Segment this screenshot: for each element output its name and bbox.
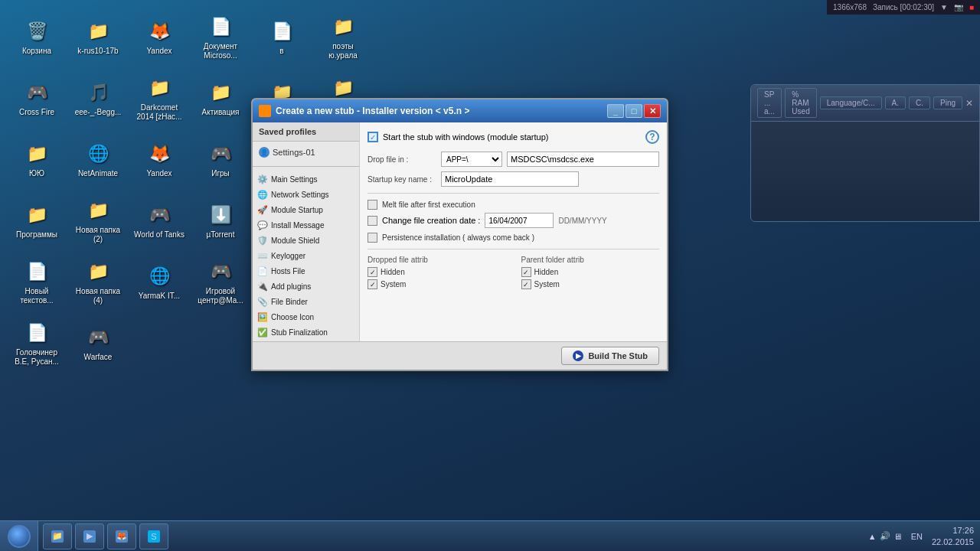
desktop-icon-programs[interactable]: 📁 Программы (6, 190, 67, 251)
nav-item-network-settings[interactable]: 🌐 Network Settings (254, 187, 358, 202)
keylogger-icon: ⌨️ (257, 250, 268, 261)
desktop-icon-yarmark[interactable]: 🌐 YarmaK IT... (129, 251, 190, 312)
notify-arrow-icon[interactable]: ▲ (868, 532, 877, 541)
right-panel-tab-a[interactable]: A. (885, 96, 906, 109)
persistence-checkbox[interactable] (368, 233, 377, 243)
choose-icon-icon: 🖼️ (257, 311, 268, 322)
desktop-icon-poetry[interactable]: 📁 поэты ю.урала (312, 6, 374, 67)
right-panel-tab-lang[interactable]: Language/C... (820, 96, 882, 109)
desktop-icon-yandex2[interactable]: 🦊 Yandex (129, 129, 190, 190)
desktop-icon-eee[interactable]: 🎵 eee-_-Begg... (67, 67, 129, 129)
dropped-hidden-label: Hidden (381, 268, 405, 276)
module-startup-label: Start the stub with windows (module star… (383, 132, 548, 142)
desktop-icon-novpapka2[interactable]: 📁 Новая папка (2) (67, 190, 129, 251)
startup-key-label: Startup key name : (368, 175, 436, 184)
restore-button[interactable]: □ (626, 104, 642, 118)
desktop-icon-warface[interactable]: 🎮 Warface (67, 312, 129, 373)
nav-item-choose-icon[interactable]: 🖼️ Choose Icon (254, 309, 358, 324)
module-startup-checkbox[interactable] (368, 132, 378, 142)
desktop-icon-wot[interactable]: 🎮 World of Tanks (129, 190, 190, 251)
nav-item-keylogger[interactable]: ⌨️ Keylogger (254, 248, 358, 263)
melt-file-checkbox[interactable] (368, 200, 377, 210)
right-panel-tab-ram[interactable]: % RAM Used (785, 88, 816, 118)
profile-item-settings01[interactable]: 👤 Settings-01 (256, 145, 356, 160)
left-panel: Saved profiles 👤 Settings-01 ⚙️ Main Set… (253, 122, 360, 341)
build-icon: ▶ (573, 350, 583, 361)
clock-date: 22.02.2015 (932, 536, 974, 547)
drop-file-select[interactable]: APP=\ (441, 152, 502, 167)
right-panel-tab-ping[interactable]: Ping (933, 96, 962, 109)
desktop-icon-golovch[interactable]: 📄 Головчинер В.Е, Русан... (6, 312, 67, 373)
hosts-file-icon: 📄 (257, 266, 268, 276)
dropped-system-checkbox[interactable] (368, 279, 377, 289)
parent-system-label: System (534, 280, 560, 289)
dropdown-icon[interactable]: ▼ (940, 3, 948, 11)
desktop-icon-crossfire[interactable]: 🎮 Cross Fire (6, 67, 67, 129)
desktop-icon-activation[interactable]: 📁 Активация (190, 67, 251, 129)
start-button[interactable] (0, 521, 38, 552)
profile-item-label: Settings-01 (273, 148, 315, 157)
nav-item-module-shield[interactable]: 🛡️ Module Shield (254, 233, 358, 248)
minimize-button[interactable]: _ (607, 104, 624, 118)
profiles-header: Saved profiles (253, 122, 359, 142)
right-panel-tab-sp[interactable]: SP ... a... (757, 88, 782, 118)
nav-item-install-message[interactable]: 💬 Install Message (254, 217, 358, 233)
desktop-icon-utorrent[interactable]: ⬇️ µTorrent (190, 190, 251, 251)
dialog-body: Saved profiles 👤 Settings-01 ⚙️ Main Set… (253, 122, 667, 341)
nav-item-file-binder[interactable]: 📎 File Binder (254, 294, 358, 309)
desktop-icon-darkcomet[interactable]: 📁 Darkcomet 2014 [zHac... (129, 67, 190, 129)
nav-divider (253, 166, 359, 167)
nav-item-hosts-file[interactable]: 📄 Hosts File (254, 263, 358, 279)
taskbar-item-media[interactable]: ▶ (75, 523, 104, 549)
date-input[interactable] (485, 213, 554, 228)
parent-system-checkbox[interactable] (521, 279, 531, 289)
close-button[interactable]: ✕ (644, 104, 661, 118)
desktop-icon-recycle[interactable]: 🗑️ Корзина (6, 6, 67, 67)
right-panel-tab-c[interactable]: C. (909, 96, 930, 109)
date-format-label: DD/MM/YYYY (558, 217, 606, 225)
nav-item-add-plugins[interactable]: 🔌 Add plugins (254, 279, 358, 294)
parent-hidden-row: Hidden (521, 267, 660, 277)
speaker-icon[interactable]: 🔊 (880, 531, 890, 541)
notify-area: ▲ 🔊 🖥 (868, 531, 902, 541)
desktop-icon-novtekst[interactable]: 📄 Новый текстов... (6, 251, 67, 312)
nav-item-main-settings[interactable]: ⚙️ Main Settings (254, 171, 358, 187)
install-message-icon: 💬 (257, 220, 268, 230)
persistence-row: Persistence installation ( always come b… (368, 233, 659, 243)
drop-file-path-input[interactable] (507, 152, 659, 167)
right-panel-close-button[interactable]: ✕ (965, 98, 973, 109)
desktop-icon-yoyo[interactable]: 📁 ЮЮ (6, 129, 67, 190)
skype-icon: S (148, 530, 160, 543)
taskbar-item-explorer[interactable]: 📁 (43, 523, 72, 549)
dropped-hidden-row: Hidden (368, 267, 506, 277)
desktop-icon-v[interactable]: 📄 в (251, 6, 312, 67)
startup-key-input[interactable] (441, 171, 579, 187)
parent-hidden-label: Hidden (534, 268, 559, 276)
desktop-icon-igrov[interactable]: 🎮 Игровой центр@Ма... (190, 251, 251, 312)
build-stub-button[interactable]: ▶ Build The Stub (561, 347, 659, 365)
start-orb-icon (8, 525, 31, 548)
monitor-icon[interactable]: 🖥 (893, 532, 902, 541)
desktop-icon-doc[interactable]: 📄 Документ Microso... (190, 6, 251, 67)
desktop-icon-yandex1[interactable]: 🦊 Yandex (129, 6, 190, 67)
yandex-taskbar-icon: 🦊 (116, 530, 128, 543)
build-bar: ▶ Build The Stub (253, 341, 667, 370)
parent-hidden-checkbox[interactable] (521, 267, 531, 277)
nav-items: ⚙️ Main Settings 🌐 Network Settings 🚀 Mo… (253, 170, 359, 341)
taskbar-item-yandex[interactable]: 🦊 (107, 523, 136, 549)
help-icon[interactable]: ? (645, 130, 659, 144)
desktop-icon-games[interactable]: 🎮 Игры (190, 129, 251, 190)
dialog-title-text: Create a new stub - Installer version < … (276, 106, 469, 116)
desktop-icon-netanimate[interactable]: 🌐 NetAnimate (67, 129, 129, 190)
section-divider-1 (368, 193, 659, 194)
camera-icon[interactable]: 📷 (954, 3, 963, 11)
desktop-icon-krus[interactable]: 📁 k-rus10-17b (67, 6, 129, 67)
dropped-hidden-checkbox[interactable] (368, 267, 377, 277)
resolution-label: 1366x768 (833, 3, 867, 11)
nav-item-stub-finalization[interactable]: ✅ Stub Finalization (254, 324, 358, 340)
change-date-checkbox[interactable] (368, 216, 377, 226)
desktop-icon-novpapka3[interactable]: 📁 Новая папка (4) (67, 251, 129, 312)
top-status-bar: 1366x768 Запись [00:02:30] ▼ 📷 ■ (827, 0, 980, 15)
taskbar-item-skype[interactable]: S (139, 523, 168, 549)
nav-item-module-startup[interactable]: 🚀 Module Startup (254, 202, 358, 217)
